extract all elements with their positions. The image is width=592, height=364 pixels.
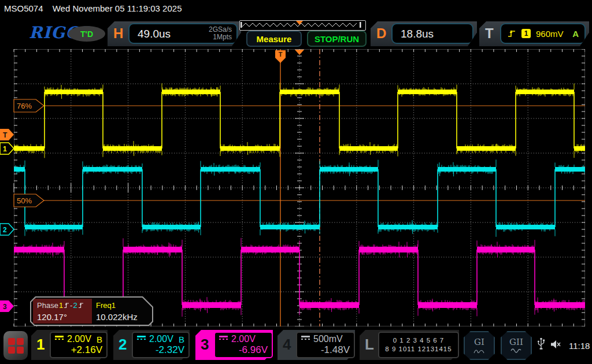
horizontal-center-marker (295, 50, 304, 55)
trigger-level-value: 960mV (536, 29, 564, 39)
h-label: H (113, 25, 123, 42)
channel3-info-box[interactable]: 2.00V -6.96V (214, 332, 273, 358)
memory-waveform-icon (240, 21, 364, 29)
phase-source-a: 1 (59, 301, 63, 310)
delay-box[interactable]: 18.8us (391, 23, 473, 44)
measurement-popup: Phase1- 2 120.17° Freq1 10.022kHz (30, 296, 153, 326)
pulse-wave-icon (473, 347, 485, 354)
horizontal-settings-button[interactable]: H 49.0us 2GSa/s 1Mpts (108, 21, 241, 46)
channel1-offset: +2.16V (55, 344, 102, 356)
channel4-offset: -1.48V (301, 344, 350, 356)
logic-analyzer-channels-box[interactable]: 0 1 2 3 4 5 6 7 8 9 1011 12131415 (378, 332, 459, 358)
rising-edge-icon (507, 29, 516, 38)
sine-wave-icon (510, 347, 522, 354)
dc-coupling-icon (301, 336, 310, 343)
channel2-number: 2 (119, 336, 127, 352)
memory-position-bar (239, 20, 366, 31)
acquisition-info: 2GSa/s 1Mpts (209, 26, 232, 41)
stop-run-label: STOP/RUN (314, 34, 359, 44)
svg-text:2: 2 (3, 226, 7, 234)
model-label: MSO5074 (4, 3, 43, 13)
channel2-bw-limit: B (179, 335, 184, 344)
datetime-label: Wed November 05 11:19:03 2025 (53, 3, 182, 13)
delay-value: 18.8us (401, 28, 434, 40)
memory-position-marker (296, 21, 303, 25)
measurement-phase-cell[interactable]: Phase1- 2 120.17° (33, 299, 92, 324)
delay-settings-button[interactable]: D 18.8us (371, 21, 477, 46)
channel2-offset: -2.32V (137, 344, 184, 356)
dc-coupling-icon (137, 336, 146, 343)
dc-coupling-icon (55, 336, 64, 343)
digital-channels-row1: 0 1 2 3 4 5 6 7 (383, 337, 454, 344)
d-label: D (376, 25, 386, 42)
stop-run-button[interactable]: STOP/RUN (307, 31, 367, 47)
phase-measure-value: 120.17° (37, 312, 88, 322)
channel4-info-box[interactable]: 500mV -1.48V (296, 332, 355, 358)
channel1-ground-marker[interactable]: 1 (0, 143, 14, 154)
status-title-bar: MSO5074 Wed November 05 11:19:03 2025 (4, 3, 182, 13)
clock: 11:18 (569, 341, 590, 351)
dc-coupling-icon (219, 336, 228, 343)
trigger-box[interactable]: 1 960mV A (500, 23, 586, 44)
trigger-mode: A (572, 29, 579, 39)
trace-ch2[interactable] (14, 159, 585, 237)
phase-label: Phase (37, 301, 58, 310)
channel4-number: 4 (283, 336, 291, 352)
phase-separator: - (70, 301, 72, 310)
speaker-muted-icon (550, 339, 563, 350)
usb-icon (536, 337, 546, 351)
phase-measure-title: Phase1- 2 (37, 300, 88, 310)
channel1-number: 1 (36, 336, 45, 352)
svg-text:3: 3 (3, 303, 7, 311)
svg-text:T: T (3, 131, 8, 139)
trigger-settings-button[interactable]: T 1 960mV A (479, 21, 589, 46)
timebase-box[interactable]: 49.0us 2GSa/s 1Mpts (128, 23, 238, 44)
t-label: T (485, 25, 494, 42)
generator2-button[interactable]: GII (501, 331, 532, 360)
trigger-position-marker[interactable]: T (275, 50, 286, 63)
freq-measure-title: Freq1 (96, 300, 147, 310)
waveform-display[interactable]: 76%50%TT123 (0, 49, 585, 326)
freq-measure-value: 10.022kHz (96, 312, 147, 322)
rising-edge-icon (64, 302, 69, 309)
channel3-offset: -6.96V (219, 344, 268, 356)
threshold-tag[interactable]: 50% (14, 194, 44, 207)
generator1-label: GI (474, 338, 484, 347)
svg-text:1: 1 (3, 145, 7, 153)
logic-analyzer-label: L (365, 336, 374, 352)
trigger-source-badge: 1 (521, 29, 531, 38)
generator1-button[interactable]: GI (464, 331, 495, 360)
phase-source-b: 2 (73, 301, 77, 310)
channel2-ground-marker[interactable]: 2 (0, 224, 14, 235)
measure-button[interactable]: Measure (246, 31, 302, 47)
channel2-info-box[interactable]: 2.00V B -2.32V (132, 332, 190, 358)
channel3-ground-marker[interactable]: 3 (0, 300, 14, 312)
trigger-status-badge: T'D (68, 26, 105, 42)
menu-grid-icon (8, 338, 24, 354)
channel2-scale: 2.00V (149, 334, 173, 344)
channel4-scale: 500mV (313, 334, 343, 344)
memory-depth: 1Mpts (209, 34, 232, 41)
channel3-scale: 2.00V (231, 334, 256, 344)
svg-text:76%: 76% (17, 102, 32, 110)
measurement-popup-inner: Phase1- 2 120.17° Freq1 10.022kHz (31, 298, 152, 325)
menu-button[interactable] (3, 331, 28, 360)
svg-text:50%: 50% (17, 196, 32, 205)
channel1-info-box[interactable]: 2.00V B +2.16V (50, 332, 108, 358)
generator2-label: GII (509, 338, 523, 347)
measure-button-label: Measure (257, 34, 292, 44)
timebase-value: 49.0us (138, 28, 171, 40)
digital-channels-row2: 8 9 1011 12131415 (383, 346, 454, 353)
channel3-number: 3 (201, 336, 209, 352)
channel1-bw-limit: B (97, 335, 102, 344)
measurement-freq-cell[interactable]: Freq1 10.022kHz (92, 299, 151, 324)
svg-text:T: T (279, 51, 283, 58)
threshold-tag[interactable]: 76% (14, 99, 44, 112)
rising-edge-icon (78, 302, 84, 309)
channel1-scale: 2.00V (67, 334, 91, 344)
trigger-level-marker[interactable]: T (0, 129, 14, 140)
